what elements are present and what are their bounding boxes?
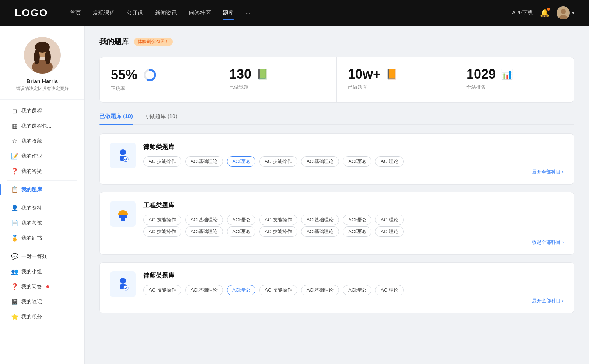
app-download-link[interactable]: APP下载	[512, 10, 533, 16]
sidebar-item-profile[interactable]: 👤 我的资料	[0, 200, 84, 215]
user-menu-button[interactable]: ▾	[557, 6, 574, 19]
exam-icon: 📄	[11, 220, 18, 226]
cert-icon: 🏅	[11, 235, 18, 242]
nav-open-courses[interactable]: 公开课	[127, 8, 143, 18]
accuracy-label: 正确率	[111, 85, 207, 92]
sidebar-label-my-courses: 我的课程	[21, 108, 42, 114]
accuracy-donut-icon	[142, 68, 157, 82]
sidebar-item-my-qa[interactable]: ❓ 我的问答	[0, 279, 84, 294]
nav-more[interactable]: ···	[246, 8, 250, 18]
tag-2a-0[interactable]: ACI技能操作	[143, 215, 181, 225]
tag-3-1[interactable]: ACI基础理论	[185, 285, 223, 295]
stat-rank: 1029 📊 全站排名	[455, 57, 574, 102]
expand-link-3[interactable]: 展开全部科目 ›	[143, 297, 564, 304]
star-icon: ☆	[11, 138, 18, 144]
sidebar-item-course-packages[interactable]: ▦ 我的课程包...	[0, 118, 84, 133]
tag-2b-1[interactable]: ACI基础理论	[185, 226, 223, 237]
stat-top-accuracy: 55%	[111, 68, 207, 82]
qa-red-dot	[46, 285, 49, 288]
tag-2b-6[interactable]: ACI理论	[375, 226, 404, 237]
sidebar-item-qa[interactable]: ❓ 我的答疑	[0, 164, 84, 179]
tag-3-4[interactable]: ACI基础理论	[301, 285, 339, 295]
sidebar-label-certificate: 我的证书	[21, 235, 42, 242]
tag-3-2[interactable]: ACI理论	[227, 285, 255, 295]
expand-link-1[interactable]: 展开全部科目 ›	[143, 169, 564, 175]
tag-3-6[interactable]: ACI理论	[375, 285, 404, 295]
tag-2b-5[interactable]: ACI理论	[343, 226, 371, 237]
tag-3-0[interactable]: ACI技能操作	[143, 285, 181, 295]
tabs: 已做题库 (10) 可做题库 (10)	[99, 113, 574, 125]
nav-home[interactable]: 首页	[70, 8, 81, 18]
sidebar-item-my-courses[interactable]: ◻ 我的课程	[0, 103, 84, 118]
tag-1-2[interactable]: ACI理论	[227, 156, 255, 167]
collapse-link-2[interactable]: 收起全部科目 ›	[143, 239, 564, 246]
tag-2a-6[interactable]: ACI理论	[375, 215, 404, 225]
sidebar-item-certificate[interactable]: 🏅 我的证书	[0, 231, 84, 246]
tags-row-1: ACI技能操作 ACI基础理论 ACI理论 ACI技能操作 ACI基础理论 AC…	[143, 156, 564, 167]
sidebar-item-tutoring[interactable]: 💬 一对一答疑	[0, 249, 84, 264]
tag-3-3[interactable]: ACI技能操作	[259, 285, 297, 295]
stats-row: 55% 正确率 130 📗 已做试题	[99, 57, 574, 103]
sidebar-item-homework[interactable]: 📝 我的作业	[0, 149, 84, 164]
stat-top-rank: 1029 📊	[466, 68, 563, 81]
lawyer-icon-wrap-1	[110, 143, 136, 168]
subject-header-1: 律师类题库 ACI技能操作 ACI基础理论 ACI理论 ACI技能操作 ACI基…	[110, 143, 564, 175]
tag-1-5[interactable]: ACI理论	[343, 156, 371, 167]
svg-point-8	[45, 50, 51, 64]
sidebar-label-my-qa: 我的问答	[21, 283, 42, 290]
tag-2b-2[interactable]: ACI理论	[227, 226, 255, 237]
tag-3-5[interactable]: ACI理论	[343, 285, 371, 295]
accuracy-value: 55%	[111, 68, 137, 82]
sidebar-label-tutoring: 一对一答疑	[21, 253, 47, 260]
notification-bell-button[interactable]: 🔔	[540, 8, 549, 17]
tag-1-6[interactable]: ACI理论	[375, 156, 404, 167]
lawyer-icon-wrap-3	[110, 271, 136, 297]
sidebar-item-groups[interactable]: 👥 我的小组	[0, 264, 84, 279]
tutor-icon: 💬	[11, 253, 18, 260]
tag-2b-4[interactable]: ACI基础理论	[301, 226, 339, 237]
sidebar-item-exam[interactable]: 📄 我的考试	[0, 215, 84, 231]
tags-row-2b: ACI技能操作 ACI基础理论 ACI理论 ACI技能操作 ACI基础理论 AC…	[143, 226, 564, 237]
divider-1	[7, 180, 77, 181]
rank-label: 全站排名	[466, 84, 563, 90]
homework-icon: 📝	[11, 153, 18, 160]
subject-card-engineer: 工程类题库 ACI技能操作 ACI基础理论 ACI理论 ACI技能操作 ACI基…	[99, 192, 574, 255]
sidebar-item-question-bank[interactable]: 📋 我的题库	[0, 182, 84, 197]
tag-2a-3[interactable]: ACI技能操作	[259, 215, 297, 225]
sidebar-label-question-bank: 我的题库	[21, 186, 42, 193]
tag-1-3[interactable]: ACI技能操作	[259, 156, 297, 167]
logo[interactable]: LOGO	[15, 7, 48, 19]
svg-point-1	[561, 9, 566, 14]
lawyer-icon-1	[115, 147, 131, 164]
nav-qa[interactable]: 问答社区	[189, 8, 211, 18]
sidebar-item-notes[interactable]: 📓 我的笔记	[0, 294, 84, 309]
nav-courses[interactable]: 发现课程	[93, 8, 115, 18]
tag-1-4[interactable]: ACI基础理论	[301, 156, 339, 167]
chart-red-icon: 📊	[501, 69, 513, 80]
done-questions-label: 已做试题	[229, 84, 325, 90]
tag-1-1[interactable]: ACI基础理论	[185, 156, 223, 167]
user-motto: 错误的决定比没有决定要好	[16, 86, 69, 92]
nav-question-bank[interactable]: 题库	[223, 8, 234, 18]
tag-2a-1[interactable]: ACI基础理论	[185, 215, 223, 225]
main-content: 我的题库 体验剩余23天！ 55% 正确率	[85, 26, 589, 364]
tag-2a-5[interactable]: ACI理论	[343, 215, 371, 225]
group-icon: 👥	[11, 268, 18, 275]
nav-news[interactable]: 新闻资讯	[155, 8, 177, 18]
profile-icon: 👤	[11, 204, 18, 211]
page-header: 我的题库 体验剩余23天！	[99, 37, 574, 47]
tag-1-0[interactable]: ACI技能操作	[143, 156, 181, 167]
sidebar-item-points[interactable]: ⭐ 我的积分	[0, 309, 84, 324]
tag-2a-2[interactable]: ACI理论	[227, 215, 255, 225]
sidebar-item-favorites[interactable]: ☆ 我的收藏	[0, 133, 84, 149]
tag-2a-4[interactable]: ACI基础理论	[301, 215, 339, 225]
tab-done-banks[interactable]: 已做题库 (10)	[99, 113, 133, 124]
course-icon: ◻	[11, 107, 18, 114]
subject-title-1: 律师类题库	[143, 143, 564, 151]
tag-2b-3[interactable]: ACI技能操作	[259, 226, 297, 237]
lawyer-icon-3	[115, 276, 131, 292]
subject-body-3: 律师类题库 ACI技能操作 ACI基础理论 ACI理论 ACI技能操作 ACI基…	[143, 271, 564, 304]
engineer-icon-wrap	[110, 201, 136, 227]
tab-available-banks[interactable]: 可做题库 (10)	[144, 113, 177, 124]
tag-2b-0[interactable]: ACI技能操作	[143, 226, 181, 237]
